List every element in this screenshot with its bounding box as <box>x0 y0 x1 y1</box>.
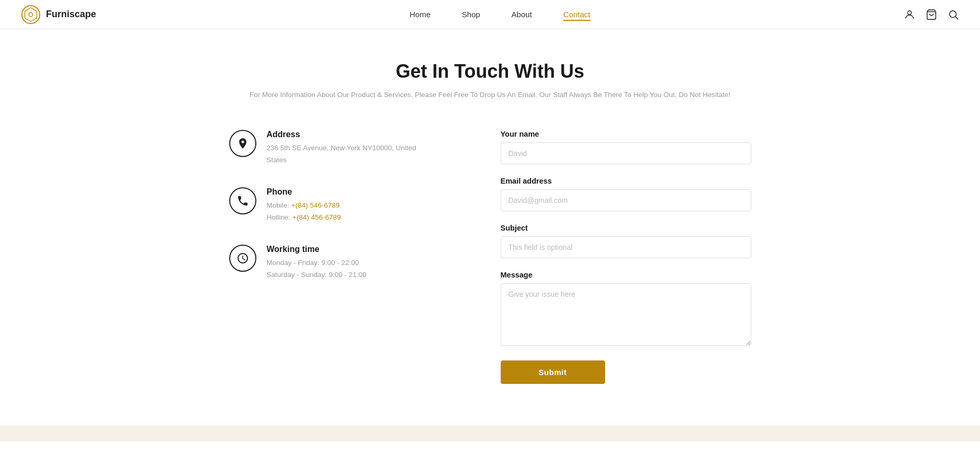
subject-label: Subject <box>501 224 751 232</box>
contact-info: Address 236 5th SE Avenue, New York NY10… <box>229 130 438 302</box>
phone-item: Phone Mobile: +(84) 546-6789 Hotline: +(… <box>229 187 438 224</box>
brand-name: Furniscape <box>46 9 96 20</box>
address-line: 236 5th SE Avenue, New York NY10000, Uni… <box>267 142 438 166</box>
working-time-weekend: Saturday - Sunday: 9:00 - 21:00 <box>267 269 367 281</box>
nav-shop[interactable]: Shop <box>462 10 480 19</box>
clock-icon-circle <box>229 245 256 272</box>
nav-links: Home Shop About Contact <box>410 10 591 19</box>
email-input[interactable] <box>501 189 751 211</box>
main-content: Get In Touch With Us For More Informatio… <box>125 29 856 426</box>
page-title: Get In Touch With Us <box>146 61 835 82</box>
svg-point-2 <box>29 13 33 17</box>
email-label: Email address <box>501 177 751 185</box>
phone-mobile: Mobile: +(84) 546-6789 <box>267 200 341 212</box>
address-text: Address 236 5th SE Avenue, New York NY10… <box>267 130 438 166</box>
clock-icon <box>237 252 249 264</box>
name-group: Your name <box>501 130 751 164</box>
email-group: Email address <box>501 177 751 211</box>
cart-icon[interactable] <box>926 9 937 20</box>
nav-home[interactable]: Home <box>410 10 431 19</box>
phone-text: Phone Mobile: +(84) 546-6789 Hotline: +(… <box>267 187 341 224</box>
name-label: Your name <box>501 130 751 138</box>
navbar-icons <box>904 9 959 20</box>
address-item: Address 236 5th SE Avenue, New York NY10… <box>229 130 438 166</box>
subject-input[interactable] <box>501 236 751 258</box>
search-icon[interactable] <box>948 9 959 20</box>
svg-marker-1 <box>25 7 37 21</box>
svg-line-6 <box>955 17 958 19</box>
subject-group: Subject <box>501 224 751 258</box>
submit-button[interactable]: Submit <box>501 360 605 384</box>
message-group: Message <box>501 271 751 348</box>
contact-form: Your name Email address Subject Message … <box>501 130 751 384</box>
address-icon-circle <box>229 130 256 157</box>
message-textarea[interactable] <box>501 283 751 346</box>
phone-icon-circle <box>229 187 256 214</box>
phone-icon <box>237 195 249 207</box>
contact-container: Address 236 5th SE Avenue, New York NY10… <box>146 130 835 384</box>
brand-logo-link[interactable]: Furniscape <box>21 5 96 25</box>
brand-logo-icon <box>21 5 41 25</box>
working-time-weekdays: Monday - Friday: 9:00 - 22:00 <box>267 257 367 269</box>
navbar: Furniscape Home Shop About Contact <box>0 0 980 29</box>
working-time-item: Working time Monday - Friday: 9:00 - 22:… <box>229 245 438 281</box>
nav-about[interactable]: About <box>512 10 532 19</box>
footer-bar <box>0 426 980 441</box>
working-time-text: Working time Monday - Friday: 9:00 - 22:… <box>267 245 367 281</box>
working-time-heading: Working time <box>267 245 367 254</box>
phone-hotline: Hotline: +(84) 456-6789 <box>267 212 341 224</box>
user-icon[interactable] <box>904 9 915 20</box>
svg-point-5 <box>950 10 957 17</box>
svg-point-3 <box>907 10 911 14</box>
message-label: Message <box>501 271 751 279</box>
address-heading: Address <box>267 130 438 139</box>
name-input[interactable] <box>501 142 751 164</box>
location-icon <box>237 137 249 150</box>
nav-contact[interactable]: Contact <box>563 10 591 21</box>
page-subtitle: For More Information About Our Product &… <box>146 91 835 99</box>
phone-heading: Phone <box>267 187 341 197</box>
